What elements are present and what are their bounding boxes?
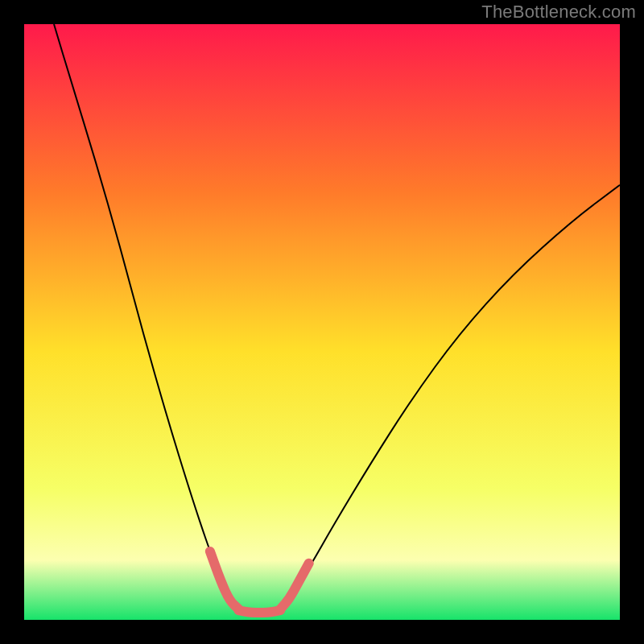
chart-container bbox=[24, 24, 620, 620]
bottleneck-chart bbox=[24, 24, 620, 620]
series-highlight-bottom bbox=[238, 610, 280, 613]
watermark-text: TheBottleneck.com bbox=[481, 2, 636, 23]
gradient-background bbox=[24, 24, 620, 620]
